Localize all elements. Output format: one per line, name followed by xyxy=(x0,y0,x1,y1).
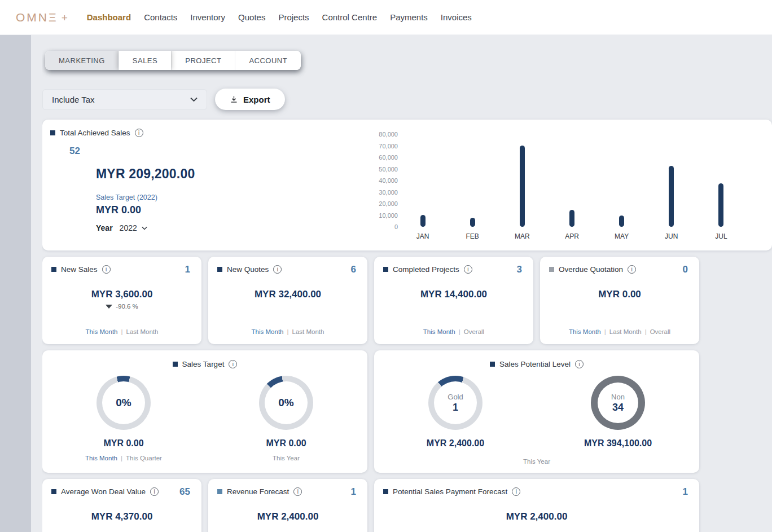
count-badge: 65 xyxy=(179,486,190,498)
year-select[interactable]: 2022 xyxy=(120,223,147,232)
x-axis-label: JUN xyxy=(665,232,678,240)
donut-percent: 0% xyxy=(116,397,131,409)
export-label: Export xyxy=(243,95,270,104)
this-year-label: This Year xyxy=(374,458,699,465)
last-month-link[interactable]: Last Month xyxy=(126,328,158,335)
x-axis-label: JUL xyxy=(715,232,727,240)
tab-account[interactable]: ACCOUNT xyxy=(235,51,301,70)
this-month-link[interactable]: This Month xyxy=(423,328,455,335)
card-amount: MYR 2,400.00 xyxy=(383,511,690,522)
revenue-forecast-card: Revenue Forecast i 1 MYR 2,400.00 xyxy=(208,479,367,532)
card-amount: MYR 2,400.00 xyxy=(217,511,358,522)
chevron-down-icon xyxy=(142,226,147,230)
info-icon[interactable]: i xyxy=(135,129,143,137)
info-icon[interactable]: i xyxy=(575,360,584,368)
sales-target-month-donut[interactable]: 0% xyxy=(97,376,151,430)
info-icon[interactable]: i xyxy=(273,265,282,274)
bar-jan[interactable] xyxy=(420,215,426,227)
this-month-link[interactable]: This Month xyxy=(569,328,601,335)
chevron-down-icon xyxy=(190,97,198,102)
y-axis-tick: 20,000 xyxy=(379,200,398,207)
last-month-link[interactable]: Last Month xyxy=(292,328,324,335)
potential-gold-donut[interactable]: Gold 1 xyxy=(428,376,483,430)
logo-text: OMNΞ xyxy=(16,11,58,24)
sidebar-rail xyxy=(0,35,31,532)
nav-dashboard[interactable]: Dashboard xyxy=(87,12,131,22)
nav-contacts[interactable]: Contacts xyxy=(144,12,177,22)
card-title: Sales Potential Level xyxy=(499,360,571,368)
bar-jul[interactable] xyxy=(718,183,723,227)
card-title: New Sales xyxy=(61,265,98,274)
info-icon[interactable]: i xyxy=(150,487,159,496)
this-quarter-link[interactable]: This Quarter xyxy=(126,455,162,461)
nav-inventory[interactable]: Inventory xyxy=(190,12,225,22)
potential-non-donut[interactable]: Non 34 xyxy=(591,376,645,430)
nav-invoices[interactable]: Invoices xyxy=(441,12,472,22)
legend-square-icon xyxy=(217,489,222,494)
info-icon[interactable]: i xyxy=(464,265,472,274)
this-month-link[interactable]: This Month xyxy=(252,328,284,335)
main-nav: Dashboard Contacts Inventory Quotes Proj… xyxy=(87,12,472,22)
donut-percent: 0% xyxy=(278,397,293,409)
sales-target-amount: MYR 0.00 xyxy=(96,204,373,216)
bar-column: APR xyxy=(547,134,596,245)
nav-projects[interactable]: Projects xyxy=(278,12,309,22)
nav-quotes[interactable]: Quotes xyxy=(238,12,265,22)
card-title: Completed Projects xyxy=(393,265,459,274)
download-icon xyxy=(230,95,238,104)
this-month-link[interactable]: This Month xyxy=(85,455,117,461)
bar-column: FEB xyxy=(448,134,497,245)
bar-feb[interactable] xyxy=(470,218,475,227)
y-axis-tick: 80,000 xyxy=(379,131,398,138)
tax-filter-select[interactable]: Include Tax xyxy=(42,89,207,110)
separator: | xyxy=(604,328,606,335)
nav-payments[interactable]: Payments xyxy=(390,12,428,22)
info-icon[interactable]: i xyxy=(293,487,302,496)
tab-sales[interactable]: SALES xyxy=(119,51,171,70)
legend-square-icon xyxy=(217,267,222,272)
this-month-link[interactable]: This Month xyxy=(86,328,118,335)
bar-column: MAY xyxy=(597,134,647,245)
last-month-link[interactable]: Last Month xyxy=(609,328,642,335)
potential-gold-block: Gold 1 MYR 2,400.00 xyxy=(374,376,537,449)
total-sales-count: 52 xyxy=(69,146,373,157)
export-button[interactable]: Export xyxy=(215,89,285,110)
info-icon[interactable]: i xyxy=(102,265,111,274)
stats-grid: New Sales i 1 MYR 3,600.00 -90.6 % This … xyxy=(42,257,772,532)
bar-jun[interactable] xyxy=(669,166,674,227)
y-axis-tick: 0 xyxy=(394,223,398,230)
info-icon[interactable]: i xyxy=(628,265,636,274)
y-axis-tick: 50,000 xyxy=(379,166,398,173)
potential-non-block: Non 34 MYR 394,100.00 xyxy=(537,376,699,449)
new-sales-card: New Sales i 1 MYR 3,600.00 -90.6 % This … xyxy=(42,257,201,344)
sales-bar-chart: 80,00070,00060,00050,00040,00030,00020,0… xyxy=(373,129,758,245)
sales-target-year-donut[interactable]: 0% xyxy=(259,376,313,430)
app-logo[interactable]: OMNΞ + xyxy=(16,11,68,24)
info-icon[interactable]: i xyxy=(229,360,237,368)
total-achieved-sales-card: Total Achieved Sales i 52 MYR 209,200.00… xyxy=(42,120,772,250)
overall-link[interactable]: Overall xyxy=(650,328,670,335)
bar-apr[interactable] xyxy=(569,210,574,227)
legend-square-icon xyxy=(50,130,55,135)
overall-link[interactable]: Overall xyxy=(464,328,484,335)
card-title: New Quotes xyxy=(227,265,269,274)
nav-control-centre[interactable]: Control Centre xyxy=(322,12,378,22)
info-icon[interactable]: i xyxy=(512,487,520,496)
bar-mar[interactable] xyxy=(520,146,525,227)
new-quotes-card: New Quotes i 6 MYR 32,400.00 This Month … xyxy=(208,257,367,344)
sales-target-link[interactable]: Sales Target (2022) xyxy=(96,194,157,201)
bar-may[interactable] xyxy=(619,216,624,227)
tab-project[interactable]: PROJECT xyxy=(171,51,235,70)
completed-projects-card: Completed Projects i 3 MYR 14,400.00 Thi… xyxy=(374,257,533,344)
legend-square-icon xyxy=(383,267,388,272)
logo-plus-icon: + xyxy=(62,12,68,24)
count-badge: 1 xyxy=(185,264,190,275)
x-axis-label: APR xyxy=(565,232,579,240)
dashboard-tabs: MARKETING SALES PROJECT ACCOUNT xyxy=(45,51,301,70)
count-badge: 1 xyxy=(351,486,356,498)
tab-marketing[interactable]: MARKETING xyxy=(45,51,119,70)
donut-amount: MYR 394,100.00 xyxy=(584,438,652,449)
card-title: Average Won Deal Value xyxy=(61,487,146,496)
controls-row: Include Tax Export xyxy=(42,89,772,110)
legend-square-icon xyxy=(490,362,495,367)
